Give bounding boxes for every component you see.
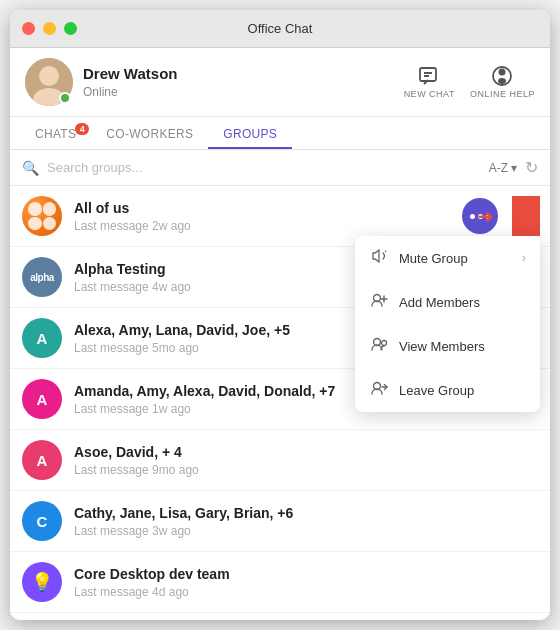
svg-point-1 bbox=[39, 66, 59, 86]
chevron-down-icon: ▾ bbox=[511, 161, 517, 175]
group-name: Core Desktop dev team bbox=[74, 566, 538, 582]
online-indicator bbox=[59, 92, 71, 104]
svg-rect-8 bbox=[498, 78, 506, 84]
refresh-icon: ↻ bbox=[525, 159, 538, 176]
tab-groups[interactable]: GROUPS bbox=[208, 117, 292, 149]
group-item-cathy[interactable]: C Cathy, Jane, Lisa, Gary, Brian, +6 Las… bbox=[10, 491, 550, 552]
group-details-core: Core Desktop dev team Last message 4d ag… bbox=[74, 566, 538, 599]
group-details-cathy: Cathy, Jane, Lisa, Gary, Brian, +6 Last … bbox=[74, 505, 538, 538]
chevron-right-icon: › bbox=[522, 251, 526, 265]
mute-icon bbox=[369, 247, 389, 269]
group-name: Cathy, Jane, Lisa, Gary, Brian, +6 bbox=[74, 505, 538, 521]
group-avatar-asoe: A bbox=[22, 440, 62, 480]
search-input[interactable] bbox=[47, 160, 481, 175]
group-details-asoe: Asoe, David, + 4 Last message 9mo ago bbox=[74, 444, 538, 477]
search-bar: 🔍 A-Z ▾ ↻ bbox=[10, 150, 550, 186]
group-avatar-alexa: A bbox=[22, 318, 62, 358]
main-window: Office Chat Drew Watson Online bbox=[10, 10, 550, 620]
sort-button[interactable]: A-Z ▾ bbox=[489, 161, 517, 175]
context-menu: Mute Group › Add Members bbox=[355, 236, 540, 412]
title-bar: Office Chat bbox=[10, 10, 550, 48]
group-last-message: Last message 9mo ago bbox=[74, 463, 538, 477]
mute-label: Mute Group bbox=[399, 251, 468, 266]
new-chat-label: NEW CHAT bbox=[404, 89, 455, 99]
group-avatar-alpha: alpha bbox=[22, 257, 62, 297]
svg-line-9 bbox=[385, 251, 386, 252]
tabs-container: CHATS 4 CO-WORKERS GROUPS bbox=[10, 117, 550, 150]
group-options-button[interactable] bbox=[462, 198, 498, 234]
group-item-asoe[interactable]: A Asoe, David, + 4 Last message 9mo ago bbox=[10, 430, 550, 491]
online-help-button[interactable]: ONLINE HELP bbox=[470, 65, 535, 99]
window-controls bbox=[22, 22, 77, 35]
ctx-leave-item[interactable]: Leave Group bbox=[355, 368, 540, 412]
avatar-container bbox=[25, 58, 73, 106]
group-avatar-cathy: C bbox=[22, 501, 62, 541]
leave-group-icon bbox=[369, 379, 389, 401]
chats-badge: 4 bbox=[75, 123, 89, 135]
group-last-message: Last message 3w ago bbox=[74, 524, 538, 538]
svg-point-14 bbox=[382, 341, 387, 346]
group-avatar-allofus bbox=[22, 196, 62, 236]
minimize-button[interactable] bbox=[43, 22, 56, 35]
user-details: Drew Watson Online bbox=[83, 65, 177, 100]
header-actions: NEW CHAT ONLINE HELP bbox=[404, 65, 535, 99]
group-item-core[interactable]: 💡 Core Desktop dev team Last message 4d … bbox=[10, 552, 550, 613]
group-item-allofus[interactable]: All of us Last message 2w ago ➜ bbox=[10, 186, 550, 247]
window-title: Office Chat bbox=[248, 21, 313, 36]
search-icon: 🔍 bbox=[22, 160, 39, 176]
ctx-mute-item[interactable]: Mute Group › bbox=[355, 236, 540, 280]
scroll-indicator bbox=[512, 196, 540, 236]
ctx-add-item[interactable]: Add Members bbox=[355, 280, 540, 324]
group-name: Asoe, David, + 4 bbox=[74, 444, 538, 460]
group-avatar-amanda: A bbox=[22, 379, 62, 419]
add-members-label: Add Members bbox=[399, 295, 480, 310]
maximize-button[interactable] bbox=[64, 22, 77, 35]
close-button[interactable] bbox=[22, 22, 35, 35]
new-chat-icon bbox=[418, 65, 440, 87]
dots-icon bbox=[470, 214, 491, 219]
help-icon bbox=[491, 65, 513, 87]
svg-rect-3 bbox=[420, 68, 436, 81]
header: Drew Watson Online NEW CHAT bbox=[10, 48, 550, 117]
ctx-view-item[interactable]: View Members bbox=[355, 324, 540, 368]
group-avatar-core: 💡 bbox=[22, 562, 62, 602]
refresh-button[interactable]: ↻ bbox=[525, 158, 538, 177]
view-members-label: View Members bbox=[399, 339, 485, 354]
sort-label: A-Z bbox=[489, 161, 508, 175]
user-info: Drew Watson Online bbox=[25, 58, 177, 106]
new-chat-button[interactable]: NEW CHAT bbox=[404, 65, 455, 99]
svg-point-7 bbox=[499, 69, 506, 76]
search-left: 🔍 bbox=[22, 160, 481, 176]
user-name: Drew Watson bbox=[83, 65, 177, 82]
tab-chats[interactable]: CHATS 4 bbox=[20, 117, 91, 149]
tab-coworkers[interactable]: CO-WORKERS bbox=[91, 117, 208, 149]
online-help-label: ONLINE HELP bbox=[470, 89, 535, 99]
group-last-message: Last message 4d ago bbox=[74, 585, 538, 599]
view-members-icon bbox=[369, 335, 389, 357]
group-item-counter[interactable]: 🎮 Counter strike bbox=[10, 613, 550, 620]
user-status: Online bbox=[83, 85, 118, 99]
groups-list[interactable]: All of us Last message 2w ago ➜ bbox=[10, 186, 550, 620]
leave-group-label: Leave Group bbox=[399, 383, 474, 398]
add-members-icon bbox=[369, 291, 389, 313]
